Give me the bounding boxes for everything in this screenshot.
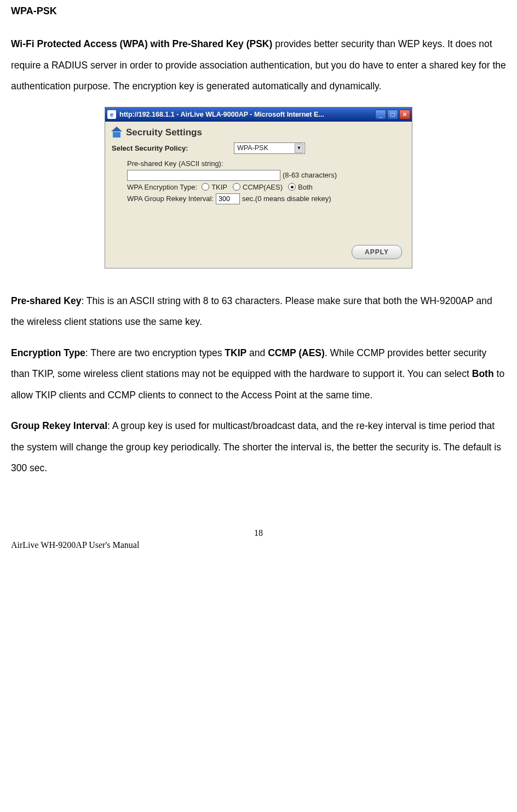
enc-both: Both	[472, 368, 494, 379]
intro-bold: Wi-Fi Protected Access (WPA) with Pre-Sh…	[11, 38, 272, 49]
minimize-button[interactable]: _	[375, 110, 386, 119]
form-indented-group: Pre-shared Key (ASCII string): (8-63 cha…	[127, 159, 405, 204]
chevron-down-icon: ▼	[295, 144, 303, 153]
ie-icon: e	[107, 110, 116, 119]
enc-mid1: : There are two encryption types	[85, 347, 225, 358]
rekey-row: WPA Group Rekey Interval: sec.(0 means d…	[127, 193, 405, 204]
window-titlebar: e http://192.168.1.1 - AirLive WLA-9000A…	[105, 107, 412, 122]
manual-name: AirLive WH-9200AP User's Manual	[11, 540, 506, 550]
enc-tkip: TKIP	[225, 347, 246, 358]
select-security-label: Select Security Policy:	[112, 144, 229, 152]
page-number: 18	[11, 528, 506, 538]
rekey-input[interactable]	[216, 193, 240, 204]
policy-row: Select Security Policy: WPA-PSK ▼	[112, 142, 405, 154]
group-rekey-paragraph: Group Rekey Interval: A group key is use…	[11, 415, 506, 479]
psk-input-row: (8-63 characters)	[127, 170, 405, 181]
apply-button[interactable]: APPLY	[352, 245, 402, 259]
enc-mid2: and	[246, 347, 268, 358]
psk-label: Pre-shared Key (ASCII string):	[127, 159, 223, 168]
enc-ccmp: CCMP (AES)	[268, 347, 325, 358]
psk-para-rest: : This is an ASCII string with 8 to 63 c…	[11, 295, 492, 328]
radio-tkip-label: TKIP	[211, 183, 227, 191]
radio-tkip[interactable]	[202, 183, 209, 191]
dialog-heading-row: Secruity Settings	[112, 127, 405, 138]
radio-ccmp[interactable]	[233, 183, 240, 191]
intro-paragraph: Wi-Fi Protected Access (WPA) with Pre-Sh…	[11, 33, 506, 97]
encryption-paragraph: Encryption Type: There are two encryptio…	[11, 342, 506, 406]
encryption-type-label: WPA Encryption Type:	[127, 183, 197, 191]
psk-paragraph: Pre-shared Key: This is an ASCII string …	[11, 290, 506, 333]
rekey-hint: sec.(0 means disable rekey)	[242, 195, 331, 203]
radio-both-label: Both	[298, 183, 313, 191]
psk-hint: (8-63 characters)	[283, 171, 337, 179]
dialog-heading: Secruity Settings	[126, 127, 202, 138]
window-title-text: http://192.168.1.1 - AirLive WLA-9000AP …	[119, 111, 374, 118]
rekey-label: WPA Group Rekey Interval:	[127, 195, 214, 203]
security-policy-value: WPA-PSK	[237, 144, 268, 152]
maximize-button[interactable]: □	[387, 110, 398, 119]
security-policy-select[interactable]: WPA-PSK ▼	[234, 142, 305, 154]
radio-both[interactable]	[288, 183, 296, 191]
home-icon	[112, 128, 123, 138]
encryption-row: WPA Encryption Type: TKIP CCMP(AES) Both	[127, 183, 405, 191]
security-dialog: e http://192.168.1.1 - AirLive WLA-9000A…	[105, 107, 412, 268]
psk-input[interactable]	[127, 170, 280, 181]
radio-ccmp-label: CCMP(AES)	[243, 183, 283, 191]
close-button[interactable]: ×	[399, 110, 410, 119]
psk-label-row: Pre-shared Key (ASCII string):	[127, 159, 405, 168]
psk-para-bold: Pre-shared Key	[11, 295, 81, 306]
section-title: WPA-PSK	[11, 5, 506, 17]
grp-para-bold: Group Rekey Interval	[11, 420, 107, 431]
enc-para-bold: Encryption Type	[11, 347, 85, 358]
